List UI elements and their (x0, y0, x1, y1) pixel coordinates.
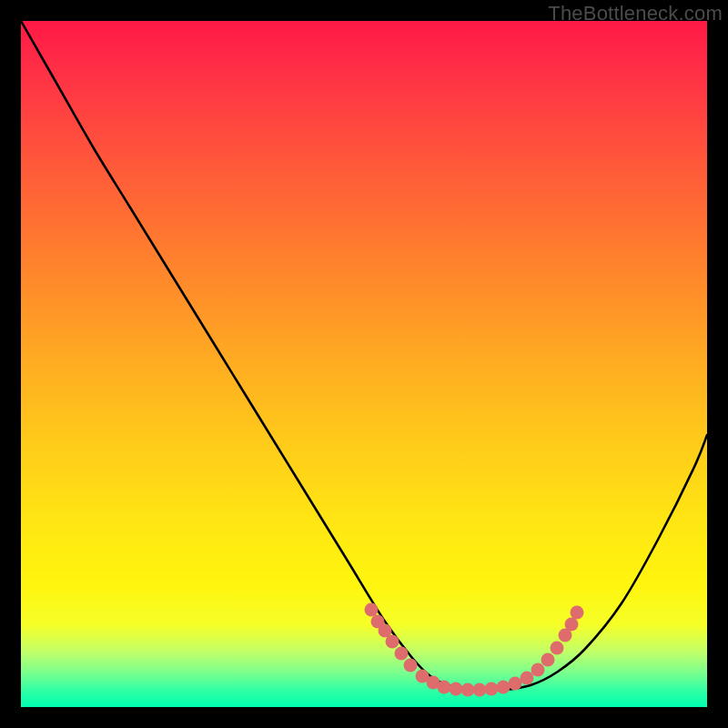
chart-frame (21, 21, 707, 707)
gradient-background (21, 21, 707, 707)
